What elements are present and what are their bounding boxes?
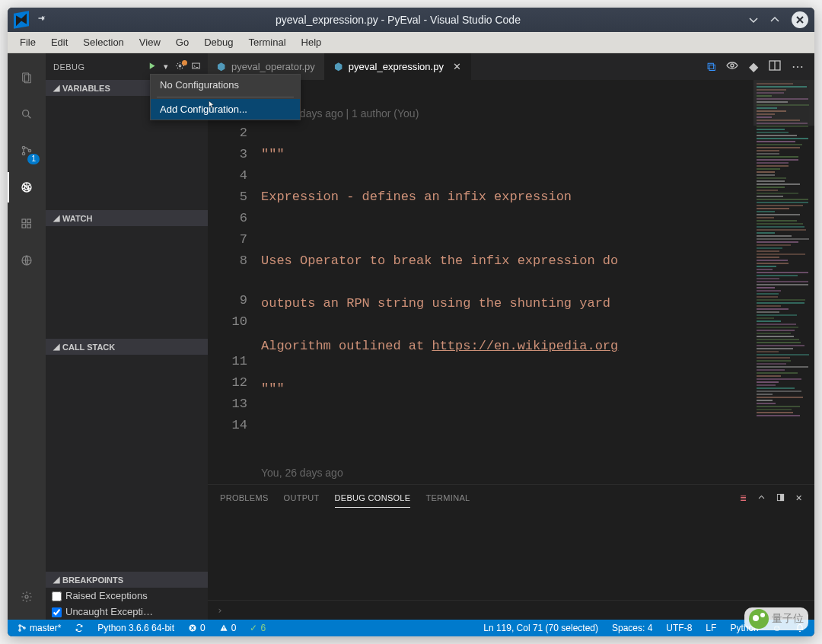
tab-label: pyeval_expression.py <box>349 61 444 72</box>
search-icon[interactable] <box>8 96 46 132</box>
code-link[interactable]: https://en.wikipedia.org <box>432 339 618 353</box>
minimap[interactable] <box>754 80 814 484</box>
svg-rect-10 <box>27 225 31 228</box>
activity-bar: 1 <box>8 53 46 620</box>
close-panel-icon[interactable]: ✕ <box>795 493 802 503</box>
code-content[interactable]: You, 15 days ago | 1 author (You) """ Ex… <box>261 80 754 484</box>
dropdown-no-config[interactable]: No Configurations <box>151 75 300 95</box>
checks[interactable]: ✓ 6 <box>246 623 269 633</box>
breakpoint-uncaught[interactable]: Uncaught Excepti… <box>46 604 208 620</box>
menu-file[interactable]: File <box>12 33 43 51</box>
menu-selection[interactable]: Selection <box>75 33 131 51</box>
bp-checkbox[interactable] <box>52 607 62 617</box>
menubar: File Edit Selection View Go Debug Termin… <box>8 32 814 53</box>
breakpoints-label: BREAKPOINTS <box>62 575 123 585</box>
menu-edit[interactable]: Edit <box>43 33 75 51</box>
menu-go[interactable]: Go <box>168 33 196 51</box>
bp-checkbox[interactable] <box>52 591 62 601</box>
split-icon[interactable] <box>769 59 781 75</box>
codelens[interactable]: You, 15 days ago | 1 author (You) <box>261 104 754 123</box>
panel-debug-console[interactable]: DEBUG CONSOLE <box>335 489 411 508</box>
editor-group: ⬢ pyeval_operator.py ⬢ pyeval_expression… <box>208 53 814 620</box>
docker-icon[interactable] <box>8 242 46 279</box>
debug-sidebar: DEBUG ▾ ◢ VARIABLES ◢ WATCH ◢ CALL <box>46 53 208 620</box>
config-dropdown: No Configurations Add Configuration... <box>150 74 301 120</box>
vscode-icon <box>14 11 29 29</box>
source-control-icon[interactable]: 1 <box>8 132 46 169</box>
tab-expression[interactable]: ⬢ pyeval_expression.py ✕ <box>325 53 471 80</box>
sidebar-title: DEBUG <box>53 62 148 72</box>
config-dropdown-button[interactable]: ▾ <box>164 62 169 72</box>
bottom-panel: PROBLEMS OUTPUT DEBUG CONSOLE TERMINAL ≣… <box>208 484 814 620</box>
errors[interactable]: 0 <box>184 623 209 633</box>
menu-help[interactable]: Help <box>294 33 330 51</box>
panel-problems[interactable]: PROBLEMS <box>220 489 269 507</box>
menu-terminal[interactable]: Terminal <box>241 33 293 51</box>
menu-debug[interactable]: Debug <box>196 33 241 51</box>
code-editor[interactable]: 12345678 910 11121314 You, 15 days ago |… <box>208 80 814 484</box>
svg-point-21 <box>19 630 21 631</box>
debug-console-icon[interactable] <box>192 62 200 72</box>
svg-point-4 <box>22 152 24 155</box>
menu-view[interactable]: View <box>132 33 168 51</box>
debug-icon[interactable] <box>8 169 46 206</box>
panel-tabs: PROBLEMS OUTPUT DEBUG CONSOLE TERMINAL ≣… <box>208 485 814 511</box>
dropdown-add-config[interactable]: Add Configuration... <box>151 99 300 120</box>
clear-icon[interactable]: ≣ <box>740 493 747 503</box>
encoding[interactable]: UTF-8 <box>662 623 696 633</box>
tab-label: pyeval_operator.py <box>231 61 315 72</box>
compare-icon[interactable]: ⧉ <box>707 60 715 74</box>
bp-label: Uncaught Excepti… <box>65 606 153 617</box>
warning-count: 0 <box>231 623 237 633</box>
code-line: outputs an RPN string using the shunting… <box>261 296 618 311</box>
git-branch[interactable]: master* <box>14 623 65 633</box>
minimize-button[interactable] <box>743 9 764 30</box>
extensions-icon[interactable] <box>8 206 46 242</box>
warnings[interactable]: 0 <box>215 623 241 633</box>
codelens[interactable]: You, 26 days ago <box>261 464 754 482</box>
close-tab-icon[interactable]: ✕ <box>453 61 461 72</box>
chevron-down-icon: ◢ <box>53 342 59 352</box>
panel-output[interactable]: OUTPUT <box>284 489 320 507</box>
svg-point-2 <box>23 110 29 116</box>
cursor-position[interactable]: Ln 119, Col 71 (70 selected) <box>480 623 602 633</box>
watermark-text: 量子位 <box>772 612 804 626</box>
svg-rect-8 <box>22 219 26 223</box>
eol[interactable]: LF <box>702 623 720 633</box>
line-gutter: 12345678 910 11121314 <box>208 80 261 484</box>
svg-rect-11 <box>27 219 31 223</box>
diff-icon[interactable]: ◆ <box>749 59 758 74</box>
debug-console-input[interactable]: › <box>208 600 814 620</box>
error-count: 0 <box>200 623 206 633</box>
more-icon[interactable]: ⋯ <box>792 59 804 74</box>
indent[interactable]: Spaces: 4 <box>608 623 656 633</box>
watermark-icon <box>749 609 769 629</box>
chevron-down-icon: ◢ <box>53 83 59 93</box>
settings-icon[interactable] <box>8 579 46 615</box>
svg-point-16 <box>731 64 734 67</box>
panel-terminal[interactable]: TERMINAL <box>425 489 470 507</box>
breakpoint-raised[interactable]: Raised Exceptions <box>46 588 208 604</box>
sync-icon[interactable] <box>71 623 88 633</box>
maximize-button[interactable] <box>764 9 785 30</box>
collapse-icon[interactable] <box>757 493 766 503</box>
breakpoints-section[interactable]: ◢ BREAKPOINTS <box>46 572 208 588</box>
variables-label: VARIABLES <box>62 84 110 93</box>
eye-icon[interactable] <box>726 59 738 75</box>
explorer-icon[interactable] <box>8 59 46 96</box>
code-line: """ <box>261 381 285 396</box>
watch-section[interactable]: ◢ WATCH <box>46 210 208 226</box>
main-area: 1 DEBUG ▾ ◢ VARIABLES <box>8 53 814 620</box>
pin-icon[interactable] <box>35 12 47 27</box>
maximize-panel-icon[interactable] <box>776 493 785 503</box>
start-debug-button[interactable] <box>148 62 156 72</box>
check-count: 6 <box>260 623 266 633</box>
close-button[interactable] <box>792 11 808 28</box>
python-interpreter[interactable]: Python 3.6.6 64-bit <box>94 623 178 633</box>
dropdown-separator <box>157 97 294 97</box>
branch-label: master* <box>30 623 61 633</box>
gear-icon[interactable] <box>176 62 184 72</box>
callstack-section[interactable]: ◢ CALL STACK <box>46 339 208 355</box>
python-icon: ⬢ <box>334 61 342 72</box>
panel-body[interactable] <box>208 511 814 600</box>
